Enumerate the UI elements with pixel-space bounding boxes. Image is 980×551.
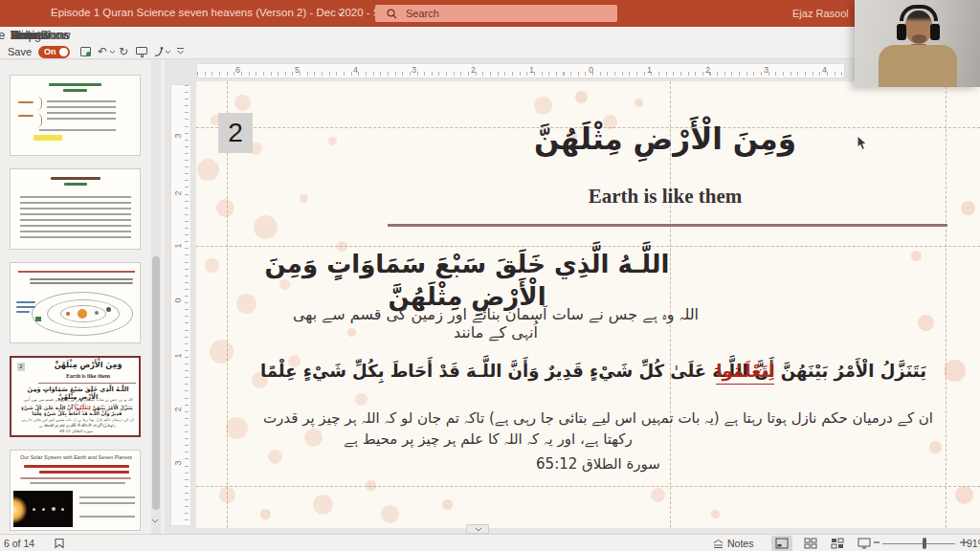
slideshow-view-button[interactable] [854,536,875,551]
thumbnail-scroll-down-icon[interactable] [150,518,160,525]
slide-sorter-icon [804,538,817,549]
undo-icon[interactable]: ↶ [98,44,107,59]
background-dots-pattern [196,81,197,82]
slide-thumbnail-panel: 2 وَمِنَ الْأَرْضِ مِثْلَهُنَّ Earth is … [0,60,165,534]
search-placeholder: Search [406,8,439,19]
vertical-ruler: 3 2 1 0 1 2 3 [170,84,191,526]
title-dropdown-caret[interactable] [337,11,345,16]
verse1-arabic[interactable]: اللَّـهُ الَّذِي خَلَقَ سَبْعَ سَمَاوَات… [252,249,682,314]
mouse-cursor [857,135,869,152]
verse2-urdu-line2[interactable]: رکھتا ہے، اور یہ کہ اللہ کا علم ہر چیز پ… [196,430,837,448]
sun-graphic [78,309,87,319]
normal-view-button[interactable] [771,536,792,551]
surah-reference[interactable]: سورة الطلاق 65:12 [502,455,694,473]
guide-horizontal [196,486,980,487]
accessibility-checker-icon[interactable] [54,538,65,549]
quick-access-toolbar: Save On ↶ ↻ [0,44,980,59]
toggle-knob [59,48,68,56]
pen-dropdown-icon[interactable] [165,50,171,55]
zoom-level[interactable]: 91% [967,538,980,549]
slide-title-arabic[interactable]: وَمِنَ الْأَرْضِ مِثْلَهُنَّ [469,120,861,160]
redo-icon[interactable]: ↻ [119,44,128,59]
slide-sorter-view-button[interactable] [800,536,821,551]
slide-number-box[interactable]: 2 [218,113,253,153]
document-title: Episode 1 Quran Science seven heavens (V… [51,7,405,18]
slide-thumbnail[interactable] [10,75,141,156]
reading-view-icon [831,538,844,549]
slide-thumbnail-selected[interactable]: 2 وَمِنَ الْأَرْضِ مِثْلَهُنَّ Earth is … [10,356,141,437]
verse1-urdu-translation[interactable]: اللہ وہ ہے جس نے سات آسمان بنائے اور زمی… [285,305,706,342]
highlight-mark [33,135,62,141]
normal-view-icon [775,538,789,549]
slide-thumbnail[interactable]: Our Solar System with Earth and Seven Pl… [10,450,141,531]
zoom-slider-track[interactable] [882,543,955,544]
slide-indicator: 6 of 14 [4,538,34,549]
slide-thumbnail[interactable] [10,168,141,250]
headphone-earcup [930,24,940,40]
undo-dropdown-icon[interactable] [109,50,116,55]
zoom-slider-handle[interactable] [923,538,926,549]
titlebar: Episode 1 Quran Science seven heavens (V… [0,0,980,27]
pane-splitter[interactable] [466,524,489,534]
slide-canvas[interactable]: 2 وَمِنَ الْأَرْضِ مِثْلَهُنَّ Earth is … [196,81,980,528]
autosave-label: Save [8,46,32,57]
webcam-video-overlay [855,0,980,87]
headphone-earcup [897,24,906,40]
autosave-toggle[interactable]: On [38,46,70,58]
start-slideshow-icon[interactable] [136,47,147,55]
slideshow-icon [858,538,871,549]
title-separator-line [388,224,947,227]
verse2-arabic[interactable]: يَتَنَزَّلُ الْأَمْرُ بَيْنَهُنَّ لِتَعْ… [239,359,947,384]
notes-icon [712,539,724,549]
zoom-out-button[interactable] [873,537,880,548]
thumbnail-scrollbar[interactable] [151,60,161,534]
statusbar: 6 of 14 Notes 91% [0,534,980,551]
user-name[interactable]: Ejaz Rasool [792,8,849,19]
reading-view-button[interactable] [827,536,848,551]
save-icon[interactable] [80,47,91,56]
verse2-urdu-line1[interactable]: ان کے درمیان حکم نازل ہوتا رہتا ہے (یہ ب… [249,408,947,430]
horizontal-ruler: 6 5 4 3 2 1 0 1 2 3 4 [196,63,845,78]
search-icon [387,9,397,19]
mini-slide-number: 2 [17,363,25,371]
presenter-torso [879,45,957,87]
tab-help[interactable]: Help [0,29,46,42]
slide-thumbnail[interactable] [10,262,141,343]
qat-overflow-icon[interactable] [176,47,185,55]
search-box[interactable]: Search [375,5,617,22]
powerpoint-window: Episode 1 Quran Science seven heavens (V… [0,0,980,551]
highlighted-word: لِتَعْلَمُوا [716,359,774,385]
slide-title-english[interactable]: Earth is like them [469,185,861,209]
guide-horizontal [196,246,980,247]
guide-vertical [946,81,947,528]
ribbon-tab-bar: File Home Insert Draw Design Transitions… [0,27,980,44]
solar-system-image [13,491,73,527]
notes-button[interactable]: Notes [712,537,762,550]
ink-pen-icon[interactable] [153,46,164,57]
